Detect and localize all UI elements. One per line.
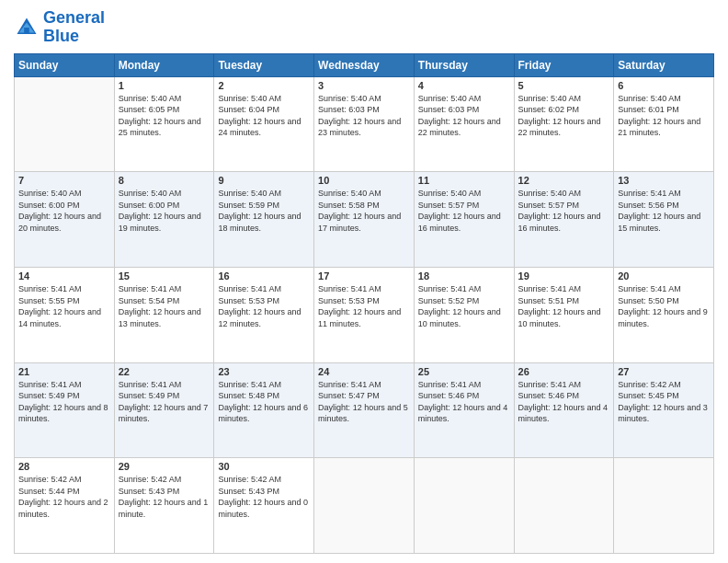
calendar-cell: 11Sunrise: 5:40 AMSunset: 5:57 PMDayligh… [414, 172, 514, 268]
calendar-cell: 13Sunrise: 5:41 AMSunset: 5:56 PMDayligh… [614, 172, 714, 268]
day-info: Sunrise: 5:40 AMSunset: 6:03 PMDaylight:… [318, 93, 410, 139]
day-info: Sunrise: 5:40 AMSunset: 5:57 PMDaylight:… [518, 188, 610, 234]
day-header-monday: Monday [114, 53, 214, 76]
day-info: Sunrise: 5:42 AMSunset: 5:43 PMDaylight:… [119, 474, 210, 520]
calendar-cell [414, 458, 514, 554]
calendar-cell: 4Sunrise: 5:40 AMSunset: 6:03 PMDaylight… [414, 76, 514, 172]
calendar-cell: 18Sunrise: 5:41 AMSunset: 5:52 PMDayligh… [414, 267, 514, 362]
calendar-week-3: 14Sunrise: 5:41 AMSunset: 5:55 PMDayligh… [15, 267, 714, 362]
calendar-cell: 15Sunrise: 5:41 AMSunset: 5:54 PMDayligh… [114, 267, 214, 362]
calendar-cell: 25Sunrise: 5:41 AMSunset: 5:46 PMDayligh… [414, 362, 514, 458]
calendar-cell: 5Sunrise: 5:40 AMSunset: 6:02 PMDaylight… [514, 76, 614, 172]
day-header-wednesday: Wednesday [314, 53, 415, 76]
day-number: 27 [618, 366, 710, 377]
logo-general: General [43, 8, 105, 27]
calendar-cell: 9Sunrise: 5:40 AMSunset: 5:59 PMDaylight… [214, 172, 314, 268]
day-info: Sunrise: 5:41 AMSunset: 5:52 PMDaylight:… [418, 283, 510, 329]
calendar-week-5: 28Sunrise: 5:42 AMSunset: 5:44 PMDayligh… [15, 458, 714, 554]
calendar-cell [514, 458, 614, 554]
day-number: 29 [119, 461, 210, 472]
day-info: Sunrise: 5:40 AMSunset: 6:04 PMDaylight:… [218, 93, 310, 139]
day-number: 28 [18, 461, 110, 472]
calendar-cell: 30Sunrise: 5:42 AMSunset: 5:43 PMDayligh… [214, 458, 314, 554]
day-number: 4 [418, 80, 510, 91]
day-info: Sunrise: 5:41 AMSunset: 5:54 PMDaylight:… [119, 283, 210, 329]
day-number: 11 [418, 175, 510, 186]
day-info: Sunrise: 5:40 AMSunset: 6:03 PMDaylight:… [418, 93, 510, 139]
day-number: 24 [318, 366, 410, 377]
day-number: 16 [218, 270, 310, 282]
day-number: 14 [18, 270, 110, 282]
calendar-cell: 8Sunrise: 5:40 AMSunset: 6:00 PMDaylight… [114, 172, 214, 268]
calendar-week-1: 1Sunrise: 5:40 AMSunset: 6:05 PMDaylight… [15, 76, 714, 172]
calendar-cell: 6Sunrise: 5:40 AMSunset: 6:01 PMDaylight… [614, 76, 714, 172]
day-number: 3 [318, 80, 410, 91]
day-header-saturday: Saturday [614, 53, 714, 76]
calendar-cell: 26Sunrise: 5:41 AMSunset: 5:46 PMDayligh… [514, 362, 614, 458]
calendar-cell: 7Sunrise: 5:40 AMSunset: 6:00 PMDaylight… [15, 172, 115, 268]
day-header-thursday: Thursday [414, 53, 514, 76]
svg-rect-2 [24, 28, 29, 34]
day-info: Sunrise: 5:40 AMSunset: 5:59 PMDaylight:… [218, 188, 310, 234]
calendar-cell: 20Sunrise: 5:41 AMSunset: 5:50 PMDayligh… [614, 267, 714, 362]
day-number: 10 [318, 175, 410, 186]
day-number: 1 [119, 80, 210, 91]
day-info: Sunrise: 5:40 AMSunset: 6:00 PMDaylight:… [119, 188, 210, 234]
day-info: Sunrise: 5:41 AMSunset: 5:55 PMDaylight:… [18, 283, 110, 329]
calendar-cell [314, 458, 415, 554]
day-header-tuesday: Tuesday [214, 53, 314, 76]
calendar-cell: 17Sunrise: 5:41 AMSunset: 5:53 PMDayligh… [314, 267, 415, 362]
day-number: 2 [218, 80, 310, 91]
calendar-cell: 23Sunrise: 5:41 AMSunset: 5:48 PMDayligh… [214, 362, 314, 458]
day-number: 8 [119, 175, 210, 186]
calendar-cell: 28Sunrise: 5:42 AMSunset: 5:44 PMDayligh… [15, 458, 115, 554]
logo-blue: Blue [43, 27, 79, 45]
day-header-sunday: Sunday [15, 53, 115, 76]
day-info: Sunrise: 5:40 AMSunset: 6:05 PMDaylight:… [119, 93, 210, 139]
calendar-header-row: SundayMondayTuesdayWednesdayThursdayFrid… [15, 53, 714, 76]
day-number: 17 [318, 270, 410, 282]
day-number: 15 [119, 270, 210, 282]
day-number: 26 [518, 366, 610, 377]
day-number: 12 [518, 175, 610, 186]
calendar-cell: 14Sunrise: 5:41 AMSunset: 5:55 PMDayligh… [15, 267, 115, 362]
day-number: 21 [18, 366, 110, 377]
day-info: Sunrise: 5:41 AMSunset: 5:46 PMDaylight:… [518, 379, 610, 425]
calendar-cell: 3Sunrise: 5:40 AMSunset: 6:03 PMDaylight… [314, 76, 415, 172]
day-info: Sunrise: 5:40 AMSunset: 5:58 PMDaylight:… [318, 188, 410, 234]
day-info: Sunrise: 5:40 AMSunset: 6:00 PMDaylight:… [18, 188, 110, 234]
day-info: Sunrise: 5:41 AMSunset: 5:49 PMDaylight:… [119, 379, 210, 425]
day-info: Sunrise: 5:41 AMSunset: 5:47 PMDaylight:… [318, 379, 410, 425]
day-info: Sunrise: 5:42 AMSunset: 5:44 PMDaylight:… [18, 474, 110, 520]
day-info: Sunrise: 5:41 AMSunset: 5:51 PMDaylight:… [518, 283, 610, 329]
calendar-week-2: 7Sunrise: 5:40 AMSunset: 6:00 PMDaylight… [15, 172, 714, 268]
day-info: Sunrise: 5:42 AMSunset: 5:43 PMDaylight:… [218, 474, 310, 520]
day-number: 23 [218, 366, 310, 377]
calendar-cell: 2Sunrise: 5:40 AMSunset: 6:04 PMDaylight… [214, 76, 314, 172]
day-number: 18 [418, 270, 510, 282]
day-info: Sunrise: 5:41 AMSunset: 5:48 PMDaylight:… [218, 379, 310, 425]
day-number: 25 [418, 366, 510, 377]
day-number: 5 [518, 80, 610, 91]
calendar-cell: 16Sunrise: 5:41 AMSunset: 5:53 PMDayligh… [214, 267, 314, 362]
calendar-cell: 24Sunrise: 5:41 AMSunset: 5:47 PMDayligh… [314, 362, 415, 458]
day-info: Sunrise: 5:41 AMSunset: 5:53 PMDaylight:… [218, 283, 310, 329]
logo-text: General Blue [43, 9, 105, 46]
calendar-week-4: 21Sunrise: 5:41 AMSunset: 5:49 PMDayligh… [15, 362, 714, 458]
page: General Blue SundayMondayTuesdayWednesda… [0, 0, 728, 563]
calendar-cell: 10Sunrise: 5:40 AMSunset: 5:58 PMDayligh… [314, 172, 415, 268]
day-number: 13 [618, 175, 710, 186]
calendar-cell: 27Sunrise: 5:42 AMSunset: 5:45 PMDayligh… [614, 362, 714, 458]
calendar-cell: 19Sunrise: 5:41 AMSunset: 5:51 PMDayligh… [514, 267, 614, 362]
header: General Blue [14, 9, 714, 46]
calendar-table: SundayMondayTuesdayWednesdayThursdayFrid… [14, 53, 714, 554]
calendar-cell: 12Sunrise: 5:40 AMSunset: 5:57 PMDayligh… [514, 172, 614, 268]
day-number: 9 [218, 175, 310, 186]
day-number: 20 [618, 270, 710, 282]
day-info: Sunrise: 5:40 AMSunset: 6:01 PMDaylight:… [618, 93, 710, 139]
day-number: 22 [119, 366, 210, 377]
day-number: 19 [518, 270, 610, 282]
calendar-cell: 22Sunrise: 5:41 AMSunset: 5:49 PMDayligh… [114, 362, 214, 458]
day-info: Sunrise: 5:41 AMSunset: 5:50 PMDaylight:… [618, 283, 710, 329]
calendar-cell [614, 458, 714, 554]
